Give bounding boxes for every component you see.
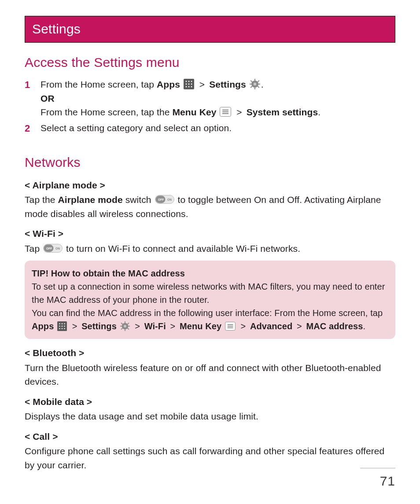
svg-point-41 (64, 328, 65, 329)
text: . (261, 79, 264, 89)
step-body: Select a setting category and select an … (41, 121, 395, 135)
label-apps: Apps (157, 79, 180, 89)
paragraph: Tap OFF ON to turn on Wi-Fi to connect a… (25, 242, 395, 256)
text: . (363, 321, 365, 331)
separator: > (70, 321, 80, 331)
label-menu-key: Menu Key (180, 321, 221, 331)
svg-point-19 (254, 83, 256, 85)
apps-icon (57, 321, 67, 331)
text: From the Home screen, tap (41, 79, 157, 89)
step-number: 2 (25, 121, 41, 136)
svg-rect-13 (250, 84, 252, 85)
step-2: 2 Select a setting category and select a… (25, 121, 395, 136)
subsection-mobile-data: < Mobile data > (25, 395, 395, 409)
svg-rect-44 (125, 329, 125, 331)
section-heading-access: Access the Settings menu (25, 52, 395, 72)
svg-point-6 (191, 84, 192, 85)
label-settings: Settings (81, 321, 117, 331)
svg-point-5 (188, 84, 189, 85)
svg-rect-12 (254, 87, 255, 89)
step-1: 1 From the Home screen, tap Apps > Setti… (25, 77, 395, 119)
svg-point-4 (185, 84, 187, 85)
gear-icon (250, 79, 260, 89)
step-number: 1 (25, 77, 41, 92)
svg-point-34 (62, 323, 63, 324)
label-mac-address: MAC address (306, 321, 363, 331)
paragraph: Tap the Airplane mode switch OFF ON to t… (25, 193, 395, 221)
subsection-wifi: < Wi-Fi > (25, 227, 395, 241)
apps-icon (184, 79, 194, 89)
svg-rect-49 (121, 327, 123, 330)
step-body: From the Home screen, tap Apps > Setting… (41, 77, 395, 119)
label-airplane-mode: Airplane mode (58, 195, 123, 205)
svg-point-7 (185, 86, 187, 88)
subsection-bluetooth: < Bluetooth > (25, 346, 395, 360)
label-wifi: Wi-Fi (144, 321, 166, 331)
label-or: OR (41, 93, 55, 103)
svg-point-35 (64, 323, 65, 324)
subsection-call: < Call > (25, 430, 395, 444)
label-apps: Apps (32, 321, 54, 331)
footer-rule (360, 468, 395, 468)
separator: > (168, 321, 178, 331)
svg-rect-17 (250, 86, 252, 88)
text: Tap (25, 243, 42, 254)
page-number: 71 (360, 471, 395, 491)
svg-point-3 (191, 81, 192, 82)
svg-point-1 (185, 81, 187, 82)
menu-key-icon (225, 322, 236, 331)
tip-paragraph: You can find the MAC address in the foll… (32, 306, 388, 333)
svg-point-9 (191, 86, 192, 88)
tip-box: TIP! How to obtain the MAC address To se… (25, 261, 395, 339)
gear-icon (120, 321, 130, 331)
label-advanced: Advanced (250, 321, 292, 331)
paragraph: Displays the data usage and set mobile d… (25, 409, 395, 423)
label-system-settings: System settings (247, 107, 318, 117)
svg-text:ON: ON (55, 247, 60, 250)
svg-rect-16 (257, 86, 259, 88)
svg-rect-46 (128, 326, 130, 327)
label-settings: Settings (209, 79, 246, 89)
text: . (318, 107, 321, 117)
tip-paragraph: To set up a connection in some wireless … (32, 280, 388, 306)
text: You can find the MAC address in the foll… (32, 308, 383, 318)
svg-point-2 (188, 81, 189, 82)
svg-rect-43 (125, 321, 125, 324)
svg-point-37 (62, 325, 63, 327)
toggle-switch-icon: OFF ON (43, 244, 63, 253)
menu-key-icon (220, 107, 231, 117)
paragraph: Turn the Bluetooth wireless feature on o… (25, 361, 395, 389)
svg-rect-15 (250, 80, 252, 82)
svg-point-39 (59, 328, 60, 329)
text: Tap the (25, 195, 58, 205)
svg-text:ON: ON (167, 198, 172, 201)
svg-rect-14 (258, 84, 260, 85)
separator: > (238, 321, 248, 331)
label-menu-key: Menu Key (172, 107, 216, 117)
subsection-airplane: < Airplane mode > (25, 178, 395, 192)
svg-text:OFF: OFF (158, 198, 164, 201)
text: From the Home screen, tap the (41, 107, 172, 117)
text: switch (123, 195, 154, 205)
svg-rect-45 (120, 326, 122, 327)
section-heading-networks: Networks (25, 152, 395, 172)
svg-point-40 (62, 328, 63, 329)
svg-rect-48 (127, 327, 129, 330)
separator: > (234, 107, 244, 117)
svg-rect-18 (257, 80, 259, 82)
svg-point-38 (64, 325, 65, 327)
paragraph: Configure phone call settings such as ca… (25, 444, 395, 472)
separator: > (133, 321, 143, 331)
text: to turn on Wi-Fi to connect and availabl… (63, 243, 300, 254)
svg-rect-47 (121, 322, 123, 324)
svg-point-8 (188, 86, 189, 88)
tip-title: TIP! How to obtain the MAC address (32, 267, 388, 280)
separator: > (294, 321, 304, 331)
page-footer: 71 (360, 468, 395, 491)
toggle-switch-icon: OFF ON (155, 195, 174, 204)
chapter-banner: Settings (25, 16, 395, 43)
svg-rect-50 (127, 322, 129, 324)
svg-point-51 (124, 325, 126, 327)
svg-rect-11 (254, 79, 255, 81)
svg-point-33 (59, 323, 60, 324)
